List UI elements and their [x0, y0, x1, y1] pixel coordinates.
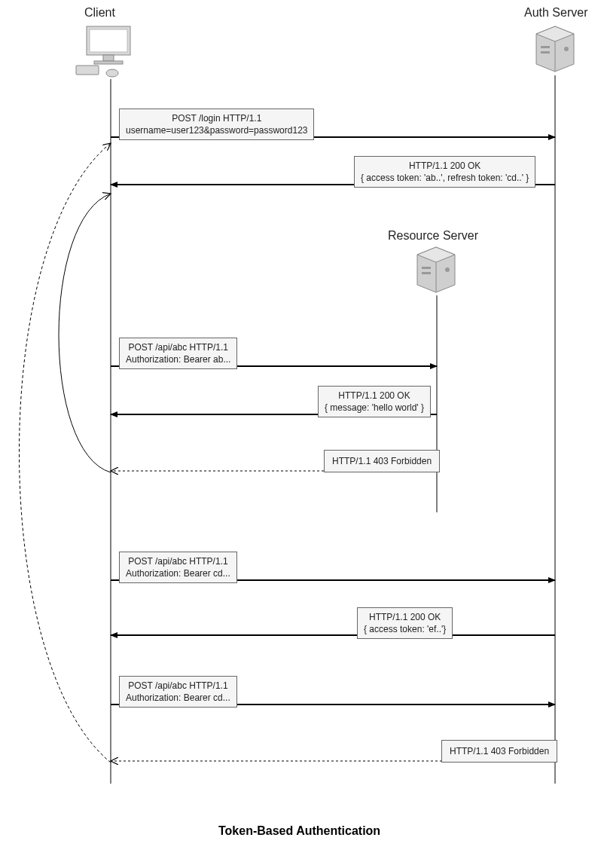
svg-point-5: [106, 69, 118, 77]
msg-line: POST /api/abc HTTP/1.1: [126, 341, 230, 353]
msg-line: POST /api/abc HTTP/1.1: [126, 680, 230, 692]
loop-retry-top: [59, 194, 111, 472]
svg-point-17: [445, 267, 450, 272]
msg-api-response-1: HTTP/1.1 200 OK { message: 'hello world'…: [318, 386, 431, 417]
msg-forbidden-1: HTTP/1.1 403 Forbidden: [324, 450, 440, 472]
diagram-canvas: Client Auth Server Resource Server POST …: [0, 0, 604, 868]
msg-line: HTTP/1.1 200 OK: [364, 611, 446, 623]
msg-request-3: POST /api/abc HTTP/1.1 Authorization: Be…: [119, 676, 237, 708]
svg-point-11: [564, 47, 569, 51]
msg-line: Authorization: Bearer ab...: [126, 353, 230, 365]
svg-rect-3: [94, 61, 123, 64]
loop-retry-bottom: [20, 143, 111, 763]
svg-rect-15: [422, 267, 431, 269]
svg-rect-10: [541, 51, 550, 53]
msg-line: { message: 'hello world' }: [325, 402, 424, 414]
auth-server-icon: [536, 26, 574, 72]
client-label: Client: [84, 6, 115, 20]
svg-rect-9: [541, 46, 550, 48]
auth-server-label: Auth Server: [524, 6, 587, 20]
msg-login-response: HTTP/1.1 200 OK { access token: 'ab..', …: [354, 156, 535, 188]
svg-rect-1: [90, 29, 127, 52]
msg-line: POST /api/abc HTTP/1.1: [126, 555, 230, 567]
msg-line: username=user123&password=password123: [126, 124, 307, 136]
svg-rect-16: [422, 272, 431, 274]
msg-login-request: POST /login HTTP/1.1 username=user123&pa…: [119, 108, 314, 140]
msg-forbidden-2: HTTP/1.1 403 Forbidden: [441, 740, 557, 763]
diagram-title: Token-Based Authentication: [218, 824, 380, 838]
resource-server-label: Resource Server: [388, 229, 478, 243]
resource-server-icon: [417, 247, 455, 292]
msg-line: { access token: 'ef..'}: [364, 623, 446, 635]
msg-line: { access token: 'ab..', refresh token: '…: [361, 172, 529, 184]
client-icon: [76, 26, 130, 77]
msg-line: Authorization: Bearer cd...: [126, 567, 230, 579]
svg-rect-2: [103, 55, 114, 61]
msg-line: HTTP/1.1 200 OK: [361, 160, 529, 172]
msg-api-request-1: POST /api/abc HTTP/1.1 Authorization: Be…: [119, 338, 237, 369]
msg-line: Authorization: Bearer cd...: [126, 692, 230, 704]
msg-refresh-request: POST /api/abc HTTP/1.1 Authorization: Be…: [119, 552, 237, 583]
msg-line: HTTP/1.1 200 OK: [325, 390, 424, 402]
msg-refresh-response: HTTP/1.1 200 OK { access token: 'ef..'}: [357, 607, 453, 639]
msg-line: HTTP/1.1 403 Forbidden: [450, 745, 549, 757]
svg-rect-4: [76, 66, 99, 75]
msg-line: POST /login HTTP/1.1: [126, 112, 307, 124]
msg-line: HTTP/1.1 403 Forbidden: [332, 455, 432, 467]
